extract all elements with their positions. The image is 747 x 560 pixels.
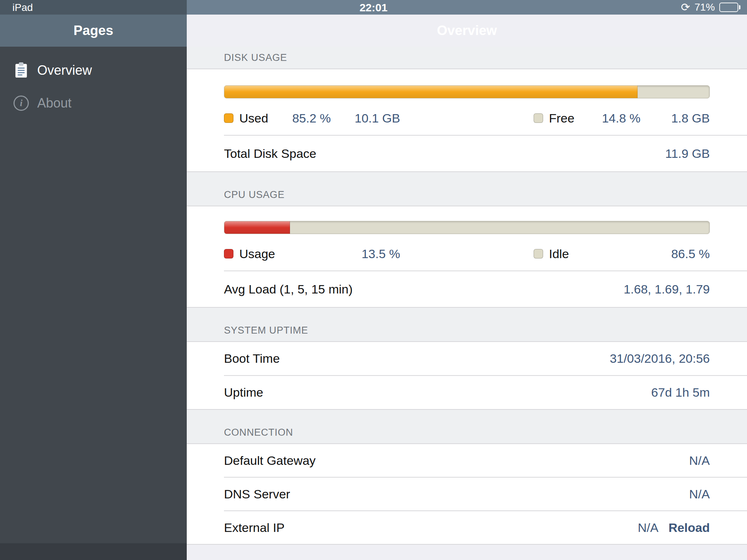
- cpu-legend: Usage 13.5 % Idle 86.5 %: [187, 234, 747, 261]
- cpu-usage-bar-fill: [224, 221, 290, 234]
- row-value: N/A: [689, 487, 710, 501]
- section-title: CPU USAGE: [224, 189, 285, 201]
- cpu-usage-percent: 13.5 %: [275, 246, 400, 261]
- cpu-usage-card: Usage 13.5 % Idle 86.5 % Avg Load (1, 5,…: [187, 206, 747, 308]
- rotation-lock-icon: ⟳: [681, 2, 690, 13]
- row-label: Total Disk Space: [224, 147, 316, 161]
- sidebar-item-overview[interactable]: Overview: [0, 54, 187, 87]
- disk-free-swatch: [534, 113, 543, 123]
- disk-legend: Used 85.2 % 10.1 GB Free 14.8 % 1.8 GB: [187, 98, 747, 125]
- row-label: DNS Server: [224, 487, 290, 501]
- sidebar-item-label: About: [37, 96, 71, 111]
- table-row: External IP N/A Reload: [187, 511, 747, 544]
- section-title: CONNECTION: [224, 427, 293, 438]
- system-uptime-card: Boot Time 31/03/2016, 20:56 Uptime 67d 1…: [187, 342, 747, 410]
- section-header-system-uptime: SYSTEM UPTIME: [187, 308, 747, 342]
- reload-button[interactable]: Reload: [669, 521, 710, 534]
- info-icon: i: [11, 96, 31, 111]
- disk-used-percent: 85.2 %: [268, 111, 331, 125]
- row-label: Avg Load (1, 5, 15 min): [224, 282, 353, 296]
- battery-icon: [719, 3, 740, 12]
- disk-usage-bar-fill: [224, 86, 638, 98]
- table-row: Uptime 67d 1h 5m: [187, 376, 747, 409]
- status-clock: 22:01: [360, 1, 388, 14]
- cpu-usage-swatch: [224, 249, 233, 258]
- row-value: 11.9 GB: [665, 147, 710, 161]
- row-label: Boot Time: [224, 351, 280, 366]
- disk-usage-bar: [224, 85, 710, 98]
- sidebar-title: Pages: [0, 15, 187, 47]
- section-title: SYSTEM UPTIME: [224, 325, 308, 336]
- table-row: Default Gateway N/A: [187, 444, 747, 477]
- external-ip-value: N/A: [638, 521, 658, 534]
- row-label: Uptime: [224, 385, 263, 400]
- disk-usage-card: Used 85.2 % 10.1 GB Free 14.8 % 1.8 GB T…: [187, 69, 747, 172]
- row-value: 31/03/2016, 20:56: [610, 351, 710, 366]
- section-header-cpu-usage: CPU USAGE: [187, 172, 747, 206]
- main-content: DISK USAGE Used 85.2 % 10.1 GB: [187, 47, 747, 560]
- screen: Pages Overview iPad 22:01 ⟳ 71%: [0, 0, 747, 560]
- disk-free-value: 1.8 GB: [640, 111, 710, 125]
- page-title: Overview: [187, 15, 747, 47]
- clipboard-icon: [11, 62, 31, 79]
- disk-free-label: Free: [549, 111, 574, 125]
- connection-card: Default Gateway N/A DNS Server N/A Exter…: [187, 444, 747, 545]
- row-label: External IP: [224, 521, 285, 535]
- main-header: Overview: [187, 0, 747, 47]
- cpu-idle-swatch: [534, 249, 543, 258]
- row-value: 67d 1h 5m: [651, 385, 710, 400]
- row-value: N/A: [689, 454, 710, 468]
- disk-used-swatch: [224, 113, 233, 123]
- cpu-usage-label: Usage: [239, 246, 275, 261]
- table-row: Boot Time 31/03/2016, 20:56: [187, 342, 747, 375]
- cpu-idle-label: Idle: [549, 246, 569, 261]
- table-row: Avg Load (1, 5, 15 min) 1.68, 1.69, 1.79: [187, 271, 747, 307]
- disk-used-value: 10.1 GB: [331, 111, 400, 125]
- row-label: Default Gateway: [224, 454, 316, 468]
- row-value: N/A Reload: [638, 521, 710, 535]
- row-value: 1.68, 1.69, 1.79: [624, 282, 710, 296]
- table-row: Total Disk Space 11.9 GB: [187, 136, 747, 171]
- section-header-disk-usage: DISK USAGE: [187, 47, 747, 69]
- sidebar-item-about[interactable]: i About: [0, 87, 187, 120]
- status-right-cluster: ⟳ 71%: [681, 1, 740, 13]
- sidebar-footer: [0, 543, 187, 560]
- top-bar: Pages Overview iPad 22:01 ⟳ 71%: [0, 0, 747, 47]
- section-header-connection: CONNECTION: [187, 410, 747, 444]
- section-title: DISK USAGE: [224, 52, 287, 63]
- status-device-label: iPad: [12, 2, 33, 13]
- cpu-idle-percent: 86.5 %: [569, 246, 710, 261]
- battery-percent: 71%: [694, 1, 715, 13]
- sidebar: Overview i About: [0, 47, 187, 560]
- sidebar-item-label: Overview: [37, 63, 92, 78]
- disk-used-label: Used: [239, 111, 268, 125]
- disk-free-percent: 14.8 %: [574, 111, 640, 125]
- table-row: DNS Server N/A: [187, 478, 747, 510]
- cpu-usage-bar: [224, 221, 710, 234]
